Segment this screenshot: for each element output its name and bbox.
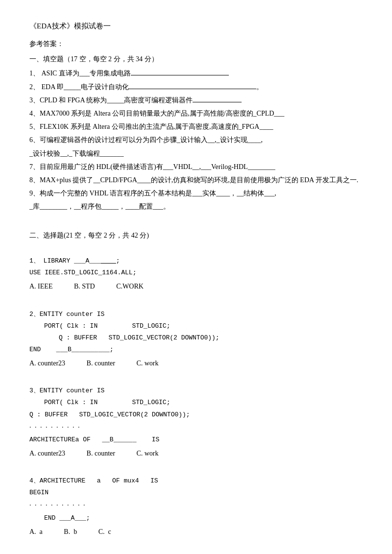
s2-q4-header: 4、ARCHITECTURE a OF mux4 IS <box>29 476 363 486</box>
section1-header: 一、填空题（17 空，每空 2 分，共 34 分） <box>29 53 363 65</box>
s2-q4-dots: · · · · · · · · · · · <box>29 499 363 511</box>
s2-q2-opt-b: B. counter <box>87 357 115 369</box>
s2-q1-line2: USE IEEE.STD_LOGIC_1164.ALL; <box>29 267 363 278</box>
q4-fill: 4、MAX7000 系列是 Altera 公司目前销量最大的产品,属于高性能/高… <box>29 107 363 120</box>
s2-q1-opt-b: B. STD <box>74 280 95 292</box>
s2-q1-opt-a: A. IEEE <box>29 280 52 292</box>
s2-q3-line1: PORT( Clk : IN STD_LOGIC; <box>44 397 363 408</box>
s2-q2-opt-a: A. counter23 <box>29 357 65 369</box>
q7-fill: 7、目前应用最广泛的 HDL(硬件描述语言)有___VHDL__,___Veri… <box>29 161 363 173</box>
s2-q3-line2: Q : BUFFER STD_LOGIC_VECTOR(2 DOWNTO0)); <box>29 409 363 420</box>
s2-q4-end: END ___A___; <box>44 513 363 524</box>
s2-q3-opt-b: B. counter <box>87 447 115 459</box>
s2-q2-options: A. counter23 B. counter C. work <box>29 357 363 369</box>
s2-q2-line3: END ___B__________; <box>29 344 363 355</box>
q1-fill: 1、 ASIC 直译为___专用集成电路 <box>29 67 363 79</box>
s2-q2-line2: Q : BUFFER STD_LOGIC_VECTOR(2 DOWNTO0)); <box>59 333 363 343</box>
page-container: 《EDA技术》模拟试卷一 参考答案： 一、填空题（17 空，每空 2 分，共 3… <box>29 20 363 554</box>
s2-q3-options: A. counter23 B. counter C. work <box>29 447 363 459</box>
s2-q4-opt-c: C. c <box>98 526 111 538</box>
q6-fill: 6、可编程逻辑器件的设计过程可以分为四个步骤_设计输入__,_设计实现____, <box>29 134 363 146</box>
reference-label: 参考答案： <box>29 38 363 50</box>
s2-q2-header: 2、ENTITY counter IS <box>29 309 363 320</box>
s2-q3-opt-c: C. work <box>136 447 158 459</box>
s2-q3-header: 3、ENTITY counter IS <box>29 385 363 396</box>
s2-q1-line1: 1、 LIBRARY ___A___ ; <box>29 256 363 266</box>
q2-fill: 2、 EDA 即_____电子设计自动化。 <box>29 81 363 93</box>
page-title: 《EDA技术》模拟试卷一 <box>29 20 363 33</box>
s2-q3-arch: ARCHITECTUREa OF __B______ IS <box>29 434 363 445</box>
s2-q2-opt-c: C. work <box>136 357 158 369</box>
q6-fill2: _设计校验__,_下载编程_______ <box>29 147 363 160</box>
s2-q4-options: A. a B. b C. c <box>29 526 363 538</box>
q3-fill: 3、CPLD 和 FPGA 统称为_____高密度可编程逻辑器件 <box>29 94 363 106</box>
q9-fill2: _库________，__程序包_____，____配置___。 <box>29 200 363 213</box>
s2-q4-opt-a: A. a <box>29 526 43 538</box>
s2-q3-dots: · · · · · · · · · · <box>29 421 363 434</box>
q9-fill: 9、构成一个完整的 VHDL 语言程序的五个基本结构是___实体____，__结… <box>29 187 363 199</box>
q8-fill: 8、MAX+plus 提供了__CPLD/FPGA____的设计,仿真和烧写的环… <box>29 174 363 186</box>
s2-q2-line1: PORT( Clk : IN STD_LOGIC; <box>44 321 363 332</box>
s2-q1-opt-c: C.WORK <box>116 280 144 292</box>
s2-q1-options: A. IEEE B. STD C.WORK <box>29 280 363 292</box>
section2-header: 二、选择题(21 空，每空 2 分，共 42 分) <box>29 229 363 241</box>
s2-q4-opt-b: B. b <box>64 526 77 538</box>
s2-q3-opt-a: A. counter23 <box>29 447 65 459</box>
q5-fill: 5、FLEX10K 系列是 Altera 公司推出的主流产品,属于高密度,高速度… <box>29 120 363 133</box>
s2-q4-begin: BEGIN <box>29 487 363 498</box>
